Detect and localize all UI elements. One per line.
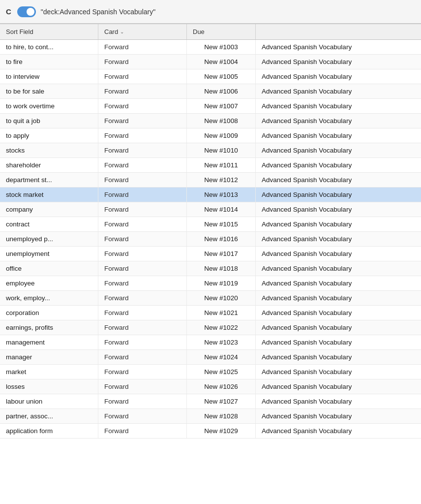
table-row[interactable]: application formForwardNew #1029Advanced…	[0, 424, 421, 439]
table-row[interactable]: to interviewForwardNew #1005Advanced Spa…	[0, 69, 421, 84]
search-query: "deck:Advanced Spanish Vocabulary"	[41, 8, 155, 16]
cell-deck: Advanced Spanish Vocabulary	[256, 173, 421, 187]
table-row[interactable]: managementForwardNew #1023Advanced Spani…	[0, 335, 421, 350]
cell-due: New #1028	[187, 409, 256, 423]
chevron-down-icon: ⌄	[120, 29, 124, 34]
cell-card: Forward	[98, 202, 187, 217]
cell-sort-field: management	[0, 335, 98, 349]
table-row[interactable]: to applyForwardNew #1009Advanced Spanish…	[0, 128, 421, 143]
cell-card: Forward	[98, 320, 187, 335]
table-body: to hire, to cont...ForwardNew #1003Advan…	[0, 40, 421, 439]
header-card[interactable]: Card ⌄	[98, 24, 187, 39]
header-sort-field[interactable]: Sort Field	[0, 24, 98, 39]
cell-card: Forward	[98, 306, 187, 320]
cell-deck: Advanced Spanish Vocabulary	[256, 55, 421, 69]
table-row[interactable]: managerForwardNew #1024Advanced Spanish …	[0, 350, 421, 365]
table-row[interactable]: stock marketForwardNew #1013Advanced Spa…	[0, 188, 421, 202]
cell-due: New #1027	[187, 394, 256, 409]
table-row[interactable]: partner, assoc...ForwardNew #1028Advance…	[0, 409, 421, 424]
cell-due: New #1018	[187, 261, 256, 276]
cell-sort-field: to be for sale	[0, 84, 98, 98]
cell-deck: Advanced Spanish Vocabulary	[256, 424, 421, 438]
cell-due: New #1021	[187, 306, 256, 320]
cell-due: New #1007	[187, 99, 256, 113]
cell-card: Forward	[98, 291, 187, 305]
cell-sort-field: contract	[0, 217, 98, 231]
table-row[interactable]: stocksForwardNew #1010Advanced Spanish V…	[0, 143, 421, 158]
table-row[interactable]: department st...ForwardNew #1012Advanced…	[0, 173, 421, 188]
cell-due: New #1019	[187, 276, 256, 290]
table-row[interactable]: to be for saleForwardNew #1006Advanced S…	[0, 84, 421, 99]
table-row[interactable]: to fireForwardNew #1004Advanced Spanish …	[0, 55, 421, 69]
cell-sort-field: unemployed p...	[0, 232, 98, 246]
cell-sort-field: earnings, profits	[0, 320, 98, 335]
sort-field-label: Sort Field	[6, 28, 33, 35]
table-row[interactable]: unemploymentForwardNew #1017Advanced Spa…	[0, 247, 421, 261]
cell-card: Forward	[98, 409, 187, 423]
cell-sort-field: application form	[0, 424, 98, 438]
cell-deck: Advanced Spanish Vocabulary	[256, 409, 421, 423]
cell-deck: Advanced Spanish Vocabulary	[256, 84, 421, 98]
cell-deck: Advanced Spanish Vocabulary	[256, 69, 421, 84]
table-row[interactable]: to work overtimeForwardNew #1007Advanced…	[0, 99, 421, 114]
cell-sort-field: work, employ...	[0, 291, 98, 305]
cell-deck: Advanced Spanish Vocabulary	[256, 99, 421, 113]
table-row[interactable]: corporationForwardNew #1021Advanced Span…	[0, 306, 421, 320]
header-deck	[256, 24, 421, 39]
cell-due: New #1025	[187, 365, 256, 379]
cell-sort-field: labour union	[0, 394, 98, 409]
toggle-button[interactable]	[17, 6, 36, 17]
due-label: Due	[193, 28, 205, 35]
table-row[interactable]: earnings, profitsForwardNew #1022Advance…	[0, 320, 421, 335]
cell-deck: Advanced Spanish Vocabulary	[256, 306, 421, 320]
cell-deck: Advanced Spanish Vocabulary	[256, 320, 421, 335]
cell-card: Forward	[98, 114, 187, 128]
table-row[interactable]: work, employ...ForwardNew #1020Advanced …	[0, 291, 421, 306]
cell-card: Forward	[98, 84, 187, 98]
table-row[interactable]: lossesForwardNew #1026Advanced Spanish V…	[0, 379, 421, 394]
cell-sort-field: to hire, to cont...	[0, 40, 98, 54]
table-row[interactable]: unemployed p...ForwardNew #1016Advanced …	[0, 232, 421, 247]
cell-sort-field: partner, assoc...	[0, 409, 98, 423]
table-row[interactable]: to quit a jobForwardNew #1008Advanced Sp…	[0, 114, 421, 128]
cell-card: Forward	[98, 335, 187, 349]
cell-due: New #1011	[187, 158, 256, 172]
cell-sort-field: employee	[0, 276, 98, 290]
cell-due: New #1023	[187, 335, 256, 349]
table-row[interactable]: officeForwardNew #1018Advanced Spanish V…	[0, 261, 421, 276]
cell-deck: Advanced Spanish Vocabulary	[256, 158, 421, 172]
cell-card: Forward	[98, 394, 187, 409]
cell-deck: Advanced Spanish Vocabulary	[256, 276, 421, 290]
cell-due: New #1020	[187, 291, 256, 305]
cell-sort-field: shareholder	[0, 158, 98, 172]
cell-sort-field: market	[0, 365, 98, 379]
table-row[interactable]: marketForwardNew #1025Advanced Spanish V…	[0, 365, 421, 379]
cell-card: Forward	[98, 276, 187, 290]
header-due[interactable]: Due	[187, 24, 256, 39]
cell-card: Forward	[98, 173, 187, 187]
cell-card: Forward	[98, 261, 187, 276]
top-bar: C "deck:Advanced Spanish Vocabulary"	[0, 0, 421, 24]
cell-deck: Advanced Spanish Vocabulary	[256, 365, 421, 379]
table-row[interactable]: to hire, to cont...ForwardNew #1003Advan…	[0, 40, 421, 55]
cell-card: Forward	[98, 350, 187, 364]
cell-deck: Advanced Spanish Vocabulary	[256, 247, 421, 261]
cell-deck: Advanced Spanish Vocabulary	[256, 394, 421, 409]
table-row[interactable]: companyForwardNew #1014Advanced Spanish …	[0, 202, 421, 217]
cell-sort-field: unemployment	[0, 247, 98, 261]
cell-sort-field: to quit a job	[0, 114, 98, 128]
cell-due: New #1016	[187, 232, 256, 246]
cell-due: New #1008	[187, 114, 256, 128]
cell-deck: Advanced Spanish Vocabulary	[256, 261, 421, 276]
table-row[interactable]: contractForwardNew #1015Advanced Spanish…	[0, 217, 421, 232]
table-row[interactable]: labour unionForwardNew #1027Advanced Spa…	[0, 394, 421, 409]
cell-deck: Advanced Spanish Vocabulary	[256, 350, 421, 364]
cell-due: New #1006	[187, 84, 256, 98]
cell-deck: Advanced Spanish Vocabulary	[256, 379, 421, 394]
table-row[interactable]: employeeForwardNew #1019Advanced Spanish…	[0, 276, 421, 291]
cell-due: New #1026	[187, 379, 256, 394]
cell-deck: Advanced Spanish Vocabulary	[256, 335, 421, 349]
cell-card: Forward	[98, 143, 187, 158]
table-row[interactable]: shareholderForwardNew #1011Advanced Span…	[0, 158, 421, 173]
cell-deck: Advanced Spanish Vocabulary	[256, 232, 421, 246]
